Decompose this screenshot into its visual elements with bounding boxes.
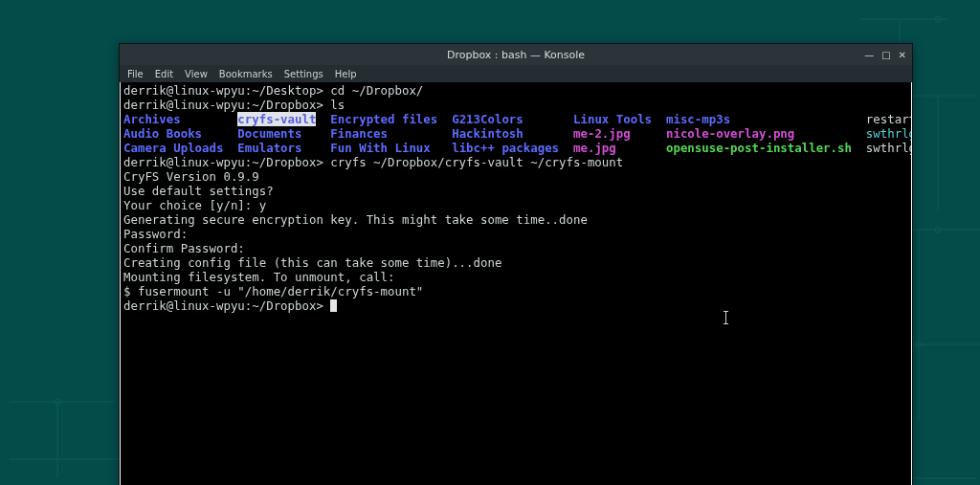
terminal-text: Mounting filesystem. To unmount, call: [123,270,394,284]
maximize-icon[interactable]: □ [881,50,890,60]
text-cursor-icon [725,311,726,324]
ls-entry: Audio Books [123,126,237,141]
terminal-text: cryfs ~/Dropbox/cryfs-vault ~/cryfs-moun… [330,155,623,169]
menu-file[interactable]: File [127,69,144,79]
terminal-text: Use default settings? [123,184,274,198]
terminal-line: Password: [123,227,908,241]
ls-entry: Hackintosh [452,126,573,141]
terminal-text [316,112,330,126]
terminal-line: Your choice [y/n]: y [123,198,908,212]
window-titlebar[interactable]: Dropbox : bash — Konsole — □ ✕ [120,44,912,65]
ls-entry: opensuse-post-installer.sh [666,141,866,155]
svg-point-0 [935,16,941,22]
terminal-line: $ fusermount -u "/home/derrik/cryfs-moun… [123,284,908,298]
ls-entry: nicole-overlay.png [666,126,866,141]
terminal-text: derrik@linux-wpyu:~/Desktop> [123,83,330,98]
terminal-text: Confirm Password: [123,241,245,255]
close-icon[interactable]: ✕ [899,50,906,60]
menu-settings[interactable]: Settings [284,69,323,79]
ls-entry: misc-mp3s [666,112,866,126]
terminal-line: Audio Books Documents Finances Hackintos… [123,126,908,141]
terminal-line: Creating config file (this can take some… [123,255,908,270]
terminal-line: Confirm Password: [123,241,908,255]
terminal-line: Camera Uploads Emulators Fun With Linux … [123,141,908,155]
terminal-text: CryFS Version 0.9.9 [123,169,259,184]
ls-entry: G213Colors [452,112,573,126]
ls-entry: Archives [123,112,237,126]
terminal-line: Generating secure encryption key. This m… [123,212,908,227]
menu-bookmarks[interactable]: Bookmarks [219,69,273,79]
ls-entry: Documents [237,126,330,141]
ls-entry: cryfs-vault [237,112,316,126]
block-cursor [330,299,337,312]
ls-entry: Fun With Linux [330,141,452,155]
terminal-text: Creating config file (this can take some… [123,255,501,270]
ls-entry: Linux Tools [573,112,666,126]
svg-point-2 [935,227,941,232]
terminal-text: Password: [123,227,188,241]
terminal-line: derrik@linux-wpyu:~/Desktop> cd ~/Dropbo… [123,83,908,98]
terminal-line: derrik@linux-wpyu:~/Dropbox> [123,298,908,313]
ls-entry: Emulators [237,141,330,155]
minimize-icon[interactable]: — [864,50,874,60]
terminal-text: Your choice [y/n]: y [123,198,266,212]
terminal-text: cd ~/Dropbox/ [330,83,423,98]
ls-entry: me-2.jpg [573,126,666,141]
ls-entry: Finances [330,126,452,141]
terminal-text: derrik@linux-wpyu:~/Dropbox> [123,155,330,169]
ls-entry: me.jpg [573,141,666,155]
terminal-line: Archives cryfs-vault Encrypted files G21… [123,112,908,126]
menu-edit[interactable]: Edit [155,69,173,79]
ls-entry: swthrlgeb [866,126,912,141]
ls-entry: libc++ packages [452,141,573,155]
terminal-text: Generating secure encryption key. This m… [123,212,588,227]
terminal-line: derrik@linux-wpyu:~/Dropbox> cryfs ~/Dro… [123,155,908,169]
terminal-text: $ fusermount -u "/home/derrik/cryfs-moun… [123,284,423,298]
menu-help[interactable]: Help [335,69,357,79]
window-title: Dropbox : bash — Konsole [447,49,585,61]
terminal-text: swthrlgeb- [866,141,912,155]
terminal-text: restart-se [866,112,912,126]
menu-view[interactable]: View [185,69,208,79]
terminal-line: derrik@linux-wpyu:~/Dropbox> ls [123,98,908,112]
terminal-text: derrik@linux-wpyu:~/Dropbox> [123,298,330,313]
terminal-line: Mounting filesystem. To unmount, call: [123,270,908,284]
svg-point-3 [916,342,922,347]
terminal-line: CryFS Version 0.9.9 [123,169,908,184]
terminal-line: Use default settings? [123,184,908,198]
konsole-window: Dropbox : bash — Konsole — □ ✕ File Edit… [119,43,913,485]
terminal-text: ls [330,98,345,112]
menubar: File Edit View Bookmarks Settings Help [120,65,912,82]
svg-point-4 [55,399,60,405]
ls-entry: Encrypted files [330,112,452,126]
terminal-text: derrik@linux-wpyu:~/Dropbox> [123,98,330,112]
ls-entry: Camera Uploads [123,141,237,155]
terminal-viewport[interactable]: derrik@linux-wpyu:~/Desktop> cd ~/Dropbo… [120,82,912,485]
